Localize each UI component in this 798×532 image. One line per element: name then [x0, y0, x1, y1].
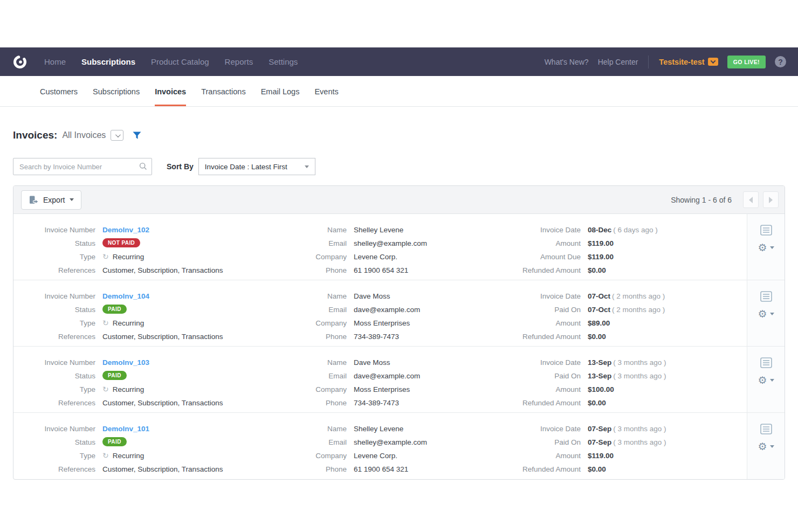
- gear-icon: ⚙: [758, 375, 767, 385]
- detail-relative-time: ( 3 months ago ): [613, 372, 666, 380]
- invoice-list: Invoice Number DemoInv_102 Status NOT PA…: [13, 214, 785, 479]
- field-label: Paid On: [477, 369, 581, 383]
- tab-subscriptions[interactable]: Subscriptions: [93, 87, 140, 106]
- customer-email: shelley@example.com: [354, 237, 427, 250]
- field-label: Email: [246, 369, 347, 383]
- customer-phone: 61 1900 654 321: [354, 462, 408, 476]
- field-label: Type: [24, 316, 95, 330]
- detail-relative-time: ( 3 months ago ): [613, 358, 666, 367]
- field-label: Paid On: [477, 303, 581, 316]
- detail-value: $0.00: [588, 266, 606, 274]
- prev-page-button[interactable]: [743, 191, 759, 208]
- references-value: Customer, Subscription, Transactions: [102, 462, 223, 476]
- search-input[interactable]: [13, 158, 152, 175]
- amounts-column: Invoice Date 13-Sep( 3 months ago ) Paid…: [477, 347, 746, 412]
- recurring-icon: ↻: [102, 385, 109, 393]
- top-whitespace: [0, 0, 798, 47]
- invoice-type: Recurring: [113, 253, 145, 261]
- row-actions-menu-button[interactable]: ⚙: [758, 309, 774, 319]
- caret-down-icon: [770, 246, 774, 249]
- detail-value: $119.00: [588, 253, 614, 261]
- filter-button[interactable]: [133, 132, 141, 140]
- topnav-divider: [648, 56, 649, 68]
- field-label: Name: [246, 356, 347, 369]
- customer-company: Moss Enterprises: [354, 383, 410, 396]
- amounts-column: Invoice Date 08-Dec( 6 days ago ) Amount…: [477, 214, 746, 280]
- invoice-notes-button[interactable]: [760, 357, 772, 368]
- customer-column: Name Dave Moss Email dave@example.com Co…: [246, 280, 477, 346]
- field-label: Phone: [246, 462, 347, 476]
- row-actions-menu-button[interactable]: ⚙: [758, 441, 774, 452]
- next-page-button[interactable]: [763, 191, 779, 208]
- detail-relative-time: ( 2 months ago ): [612, 306, 665, 314]
- export-caret-icon: [70, 198, 74, 201]
- invoice-notes-button[interactable]: [760, 291, 772, 302]
- row-actions-menu-button[interactable]: ⚙: [758, 243, 774, 253]
- detail-value: 13-Sep: [588, 372, 611, 380]
- go-live-button[interactable]: GO LIVE!: [727, 56, 766, 68]
- customer-company: Levene Corp.: [354, 250, 397, 264]
- search-icon: [139, 162, 147, 172]
- invoice-number-link[interactable]: DemoInv_102: [102, 226, 149, 234]
- field-label: Email: [246, 303, 347, 316]
- site-switcher[interactable]: Testsite-test: [659, 58, 718, 66]
- field-label: Status: [24, 303, 95, 316]
- help-center-link[interactable]: Help Center: [598, 58, 638, 66]
- invoice-notes-button[interactable]: [760, 225, 772, 236]
- field-label: Name: [246, 289, 347, 303]
- row-actions-column: ⚙: [747, 214, 785, 280]
- tab-email-logs[interactable]: Email Logs: [261, 87, 300, 106]
- field-label: Email: [246, 237, 347, 250]
- sort-select[interactable]: Invoice Date : Latest First: [198, 158, 315, 175]
- topnav-subscriptions[interactable]: Subscriptions: [81, 57, 135, 66]
- customer-company: Levene Corp.: [354, 449, 397, 462]
- view-selector-dropdown[interactable]: [111, 130, 123, 141]
- detail-relative-time: ( 3 months ago ): [613, 425, 666, 433]
- invoice-summary-column: Invoice Number DemoInv_101 Status PAID T…: [13, 413, 246, 479]
- tab-events[interactable]: Events: [314, 87, 338, 106]
- whats-new-link[interactable]: What's New?: [545, 58, 589, 66]
- invoice-type: Recurring: [113, 452, 145, 460]
- field-label: References: [24, 462, 95, 476]
- document-icon: [760, 291, 772, 302]
- status-badge: NOT PAID: [102, 238, 140, 247]
- detail-value: $0.00: [588, 333, 606, 341]
- caret-down-icon: [770, 445, 774, 448]
- detail-value: $0.00: [588, 465, 606, 473]
- filter-funnel-icon: [133, 132, 141, 140]
- detail-value: 07-Oct: [588, 306, 610, 314]
- title-row: Invoices: All Invoices: [13, 129, 785, 141]
- row-actions-menu-button[interactable]: ⚙: [758, 375, 774, 385]
- field-label: Invoice Date: [477, 422, 581, 436]
- invoice-row: Invoice Number DemoInv_102 Status NOT PA…: [13, 214, 785, 280]
- invoice-notes-button[interactable]: [760, 424, 772, 434]
- gear-icon: ⚙: [758, 243, 767, 253]
- field-label: Company: [246, 316, 347, 330]
- field-label: References: [24, 330, 95, 343]
- site-name-label: Testsite-test: [659, 58, 704, 66]
- tab-invoices[interactable]: Invoices: [155, 87, 186, 106]
- customer-name: Shelley Levene: [354, 223, 403, 237]
- export-button[interactable]: Export: [21, 190, 81, 210]
- topnav-reports[interactable]: Reports: [225, 57, 253, 66]
- status-badge: PAID: [102, 437, 127, 446]
- tab-transactions[interactable]: Transactions: [201, 87, 245, 106]
- field-label: Refunded Amount: [477, 330, 581, 343]
- sub-navbar: Customers Subscriptions Invoices Transac…: [0, 76, 798, 107]
- field-label: Status: [24, 237, 95, 250]
- invoice-number-link[interactable]: DemoInv_103: [102, 358, 149, 367]
- page-title: Invoices:: [13, 129, 57, 141]
- topnav-home[interactable]: Home: [44, 57, 66, 66]
- field-label: Name: [246, 422, 347, 436]
- invoice-number-link[interactable]: DemoInv_104: [102, 292, 149, 300]
- detail-relative-time: ( 2 months ago ): [612, 292, 665, 300]
- tab-customers[interactable]: Customers: [40, 87, 78, 106]
- topnav-settings[interactable]: Settings: [269, 57, 298, 66]
- customer-phone: 61 1900 654 321: [354, 264, 408, 277]
- chargebee-logo-icon[interactable]: [12, 54, 28, 70]
- help-icon[interactable]: ?: [775, 56, 786, 67]
- invoice-number-link[interactable]: DemoInv_101: [102, 425, 149, 433]
- document-icon: [760, 357, 772, 368]
- field-label: Invoice Number: [24, 289, 95, 303]
- topnav-product-catalog[interactable]: Product Catalog: [151, 57, 209, 66]
